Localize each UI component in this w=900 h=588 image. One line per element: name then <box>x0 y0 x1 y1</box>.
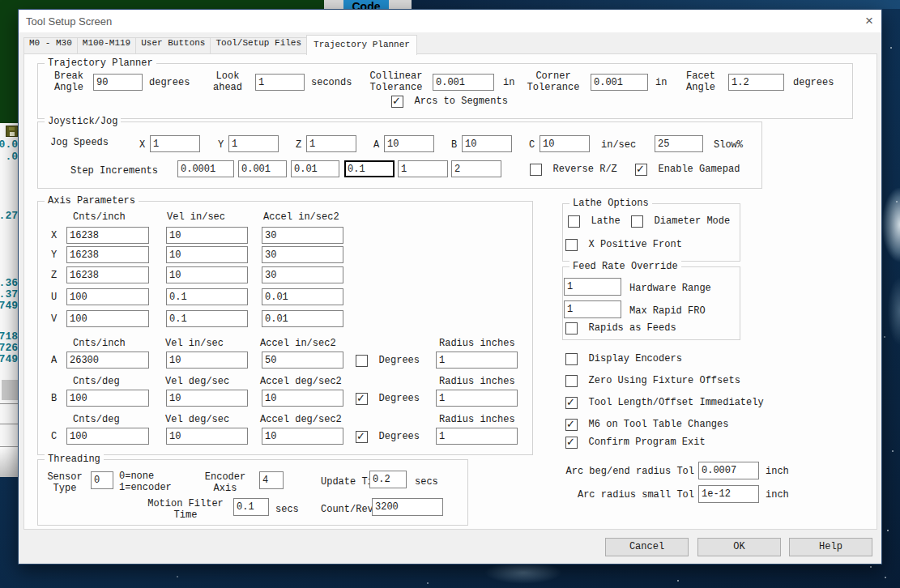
jog-speed-a-input[interactable] <box>384 135 434 152</box>
enable-gamepad-checkbox[interactable] <box>635 164 647 176</box>
dialog-titlebar[interactable] <box>19 10 881 32</box>
jog-speed-b-input[interactable] <box>462 135 512 152</box>
axis-c-accel-input[interactable] <box>262 428 343 445</box>
display-encoders-checkbox[interactable] <box>565 353 578 365</box>
jog-speed-x-input[interactable] <box>150 135 200 152</box>
dro-readout: .37 <box>0 288 18 300</box>
update-time-unit: secs <box>415 476 438 488</box>
arcs-to-segments-checkbox[interactable] <box>391 96 403 108</box>
step-increment-6-input[interactable] <box>451 160 501 177</box>
cancel-button[interactable]: Cancel <box>605 538 689 556</box>
axis-x-vel-input[interactable] <box>166 227 248 244</box>
axis-u-vel-input[interactable] <box>166 288 248 305</box>
axis-u-cnts-input[interactable] <box>66 288 149 305</box>
break-angle-input[interactable] <box>93 74 143 91</box>
col-header: Vel deg/sec <box>165 376 229 387</box>
axis-b-cnts-input[interactable] <box>66 390 149 407</box>
axis-a-cnts-input[interactable] <box>66 352 149 369</box>
rapids-as-feeds-checkbox[interactable] <box>565 322 578 334</box>
axis-y-accel-input[interactable] <box>262 246 343 263</box>
close-icon[interactable]: × <box>859 13 879 29</box>
tab-m0-m30[interactable]: M0 - M30 <box>23 37 78 54</box>
count-rev-input[interactable] <box>372 498 443 516</box>
axis-c-radius-input[interactable] <box>436 428 518 445</box>
axis-c-cnts-input[interactable] <box>66 428 149 445</box>
step-increment-2-input[interactable] <box>238 160 287 177</box>
lathe-label: Lathe <box>591 215 621 228</box>
code-button[interactable]: Code <box>343 0 389 9</box>
reverse-rz-checkbox[interactable] <box>530 164 542 176</box>
x-positive-front-checkbox[interactable] <box>565 239 578 251</box>
arc-radius-small-tol-input[interactable] <box>698 485 759 503</box>
background-gradient-bar <box>0 446 18 477</box>
max-rapid-fro-input[interactable] <box>564 300 621 318</box>
axis-b-vel-input[interactable] <box>166 390 248 407</box>
ok-button[interactable]: OK <box>697 538 781 556</box>
tab-trajectory-planner[interactable]: Trajectory Planner <box>306 35 417 55</box>
axis-c-vel-input[interactable] <box>166 428 248 445</box>
col-header: Cnts/inch <box>73 338 126 349</box>
tab-tool-setup-files[interactable]: Tool/Setup Files <box>210 37 307 54</box>
axis-a-accel-input[interactable] <box>262 352 343 369</box>
update-time-input[interactable] <box>369 471 407 488</box>
save-floppy-icon[interactable] <box>6 126 18 137</box>
slow-percent-input[interactable] <box>655 135 703 152</box>
look-ahead-input[interactable] <box>255 74 305 91</box>
axis-b-accel-input[interactable] <box>262 390 343 407</box>
axis-y-vel-input[interactable] <box>166 246 248 263</box>
look-ahead-unit: seconds <box>311 77 352 88</box>
tool-length-offset-checkbox[interactable] <box>565 397 578 409</box>
step-increment-1-input[interactable] <box>177 160 234 177</box>
facet-angle-input[interactable] <box>728 74 784 91</box>
jog-speed-y-input[interactable] <box>228 135 279 152</box>
facet-angle-unit: degrees <box>793 77 834 88</box>
dro-readout: 718 <box>0 330 18 343</box>
step-increment-3-input[interactable] <box>291 160 339 177</box>
axis-b-radius-input[interactable] <box>436 390 518 407</box>
diameter-mode-checkbox[interactable] <box>631 215 643 228</box>
axis-v-cnts-input[interactable] <box>66 310 149 327</box>
dialog-title: Tool Setup Screen <box>26 15 112 28</box>
lathe-row: Lathe <box>568 215 621 228</box>
collinear-tolerance-input[interactable] <box>433 74 494 91</box>
help-button[interactable]: Help <box>789 538 872 556</box>
arc-beg-end-tol-input[interactable] <box>698 462 759 479</box>
step-increment-4-input[interactable] <box>344 160 395 177</box>
axis-v-vel-input[interactable] <box>166 310 248 327</box>
m6-tool-table-checkbox[interactable] <box>565 419 578 431</box>
sensor-type-hint: 0=none 1=encoder <box>119 471 172 493</box>
axis-z-cnts-input[interactable] <box>66 266 149 283</box>
dro-readout: 726 <box>0 342 18 354</box>
axis-z-accel-input[interactable] <box>262 266 343 283</box>
step-increment-5-input[interactable] <box>398 160 448 177</box>
zero-fixture-offsets-checkbox[interactable] <box>565 375 578 387</box>
lathe-checkbox[interactable] <box>568 215 580 228</box>
hardware-range-label: Hardware Range <box>629 283 711 294</box>
motion-filter-time-unit: secs <box>275 504 299 515</box>
encoder-axis-input[interactable] <box>259 471 284 489</box>
axis-u-accel-input[interactable] <box>262 288 343 305</box>
axis-z-vel-input[interactable] <box>166 266 248 283</box>
motion-filter-time-input[interactable] <box>233 498 269 516</box>
collinear-tolerance-label: Collinear Tolerance <box>368 70 424 93</box>
axis-v-accel-input[interactable] <box>262 310 343 327</box>
axis-a-vel-input[interactable] <box>166 352 248 369</box>
tab-user-buttons[interactable]: User Buttons <box>135 37 211 54</box>
hardware-range-input[interactable] <box>564 278 621 296</box>
axis-b-degrees-checkbox[interactable] <box>356 393 368 405</box>
confirm-program-exit-checkbox[interactable] <box>565 437 578 449</box>
rapids-as-feeds-label: Rapids as Feeds <box>589 322 676 334</box>
axis-y-cnts-input[interactable] <box>66 246 149 263</box>
corner-tolerance-input[interactable] <box>591 74 648 91</box>
axis-a-degrees-checkbox[interactable] <box>356 355 368 367</box>
sensor-type-input[interactable] <box>91 471 113 489</box>
jog-speed-z-input[interactable] <box>306 135 356 152</box>
jog-speed-c-input[interactable] <box>540 135 590 152</box>
axis-x-accel-input[interactable] <box>262 227 343 244</box>
trajectory-planner-group: Trajectory Planner <box>37 63 853 119</box>
axis-c-degrees-checkbox[interactable] <box>356 431 368 443</box>
tab-m100-m119[interactable]: M100-M119 <box>77 37 136 54</box>
slow-percent-label: Slow% <box>714 139 743 151</box>
axis-a-radius-input[interactable] <box>436 352 518 369</box>
axis-x-cnts-input[interactable] <box>66 227 149 244</box>
